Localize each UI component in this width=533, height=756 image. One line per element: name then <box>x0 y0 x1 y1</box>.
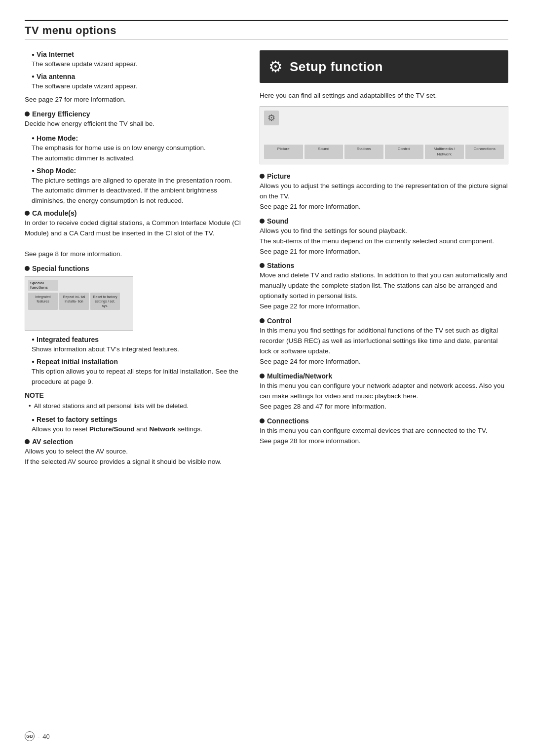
setup-screenshot-gear: ⚙ <box>264 111 279 125</box>
right-column: ⚙ Setup function Here you can find all s… <box>260 50 508 472</box>
gb-badge: GB <box>25 731 35 741</box>
page-footer: GB - 40 <box>25 731 50 741</box>
note-label: NOTE <box>25 391 242 399</box>
menu-item-connections: Connections <box>465 145 504 159</box>
setup-function-header: ⚙ Setup function <box>260 50 508 83</box>
reset-factory-label: Reset to factory settings <box>25 416 242 423</box>
menu-item-picture: Picture <box>264 145 303 159</box>
section-integrated-features: Integrated features Shows information ab… <box>25 336 242 355</box>
footer-separator: - <box>38 733 39 740</box>
av-selection-body: Allows you to select the AV source.If th… <box>25 447 242 467</box>
section-shop-mode: Shop Mode: The picture settings are alig… <box>25 167 242 207</box>
via-antenna-body: The software update wizard appear. <box>25 81 242 92</box>
section-sound: Sound Allows you to find the settings fo… <box>260 217 508 257</box>
special-functions-label: Special functions <box>25 265 242 272</box>
sf-item-repeat: Repeat ini- tial installa- tion <box>59 293 89 310</box>
shop-mode-body: The picture settings are aligned to oper… <box>25 176 242 207</box>
connections-body: In this menu you can configure external … <box>260 426 508 447</box>
sf-title: Special functions <box>28 280 58 291</box>
sf-item-reset: Reset to factory settings / set. sys. <box>90 293 120 310</box>
menu-item-control: Control <box>385 145 424 159</box>
picture-body: Allows you to adjust the settings accord… <box>260 181 508 212</box>
connections-label: Connections <box>260 417 508 425</box>
energy-efficiency-label: Energy Efficiency <box>25 110 242 118</box>
picture-label: Picture <box>260 172 508 180</box>
control-body: In this menu you find settings for addit… <box>260 326 508 367</box>
section-picture: Picture Allows you to adjust the setting… <box>260 172 508 212</box>
sf-item-integrated: Integrated features <box>28 293 58 310</box>
integrated-features-label: Integrated features <box>25 336 242 343</box>
shop-mode-label: Shop Mode: <box>25 167 242 175</box>
via-internet-body: The software update wizard appear. <box>25 59 242 70</box>
home-mode-label: Home Mode: <box>25 134 242 142</box>
section-control: Control In this menu you find settings f… <box>260 317 508 367</box>
special-functions-screenshot: Special functions Integrated features Re… <box>25 276 133 331</box>
menu-item-multimedia: Multimedia / Network <box>425 145 464 159</box>
section-reset-factory: Reset to factory settings Allows you to … <box>25 416 242 435</box>
section-via-antenna: Via antenna The software update wizard a… <box>25 73 242 92</box>
section-energy-efficiency: Energy Efficiency Decide how energy effi… <box>25 110 242 129</box>
see-page-27: See page 27 for more information. <box>25 95 242 105</box>
setup-intro: Here you can find all settings and adapt… <box>260 91 508 101</box>
integrated-features-body: Shows information about TV's integrated … <box>25 344 242 355</box>
stations-body: Move and delete TV and radio stations. I… <box>260 270 508 312</box>
sf-menu-row: Integrated features Repeat ini- tial ins… <box>28 293 130 310</box>
reset-factory-body: Allows you to reset Picture/Sound and Ne… <box>25 424 242 435</box>
energy-efficiency-body: Decide how energy efficient the TV shall… <box>25 119 242 129</box>
section-via-internet: Via Internet The software update wizard … <box>25 50 242 70</box>
section-connections: Connections In this menu you can configu… <box>260 417 508 447</box>
ca-modules-label: CA module(s) <box>25 209 242 217</box>
repeat-installation-body: This option allows you to repeat all ste… <box>25 367 242 387</box>
section-av-selection: AV selection Allows you to select the AV… <box>25 438 242 467</box>
multimedia-network-label: Multimedia/Network <box>260 372 508 380</box>
control-label: Control <box>260 317 508 325</box>
multimedia-network-body: In this menu you can configure your netw… <box>260 381 508 412</box>
two-column-layout: Via Internet The software update wizard … <box>25 50 508 472</box>
section-multimedia-network: Multimedia/Network In this menu you can … <box>260 372 508 412</box>
sound-body: Allows you to find the settings for soun… <box>260 226 508 257</box>
left-column: Via Internet The software update wizard … <box>25 50 242 472</box>
sound-label: Sound <box>260 217 508 225</box>
footer-page-number: 40 <box>42 733 49 740</box>
section-repeat-installation: Repeat initial installation This option … <box>25 358 242 387</box>
section-special-functions: Special functions Special functions Inte… <box>25 265 242 331</box>
note-text: All stored stations and all personal lis… <box>25 401 242 411</box>
setup-menu-bar: Picture Sound Stations Control Multimedi… <box>264 145 504 159</box>
note-section: NOTE All stored stations and all persona… <box>25 391 242 411</box>
av-selection-label: AV selection <box>25 438 242 446</box>
setup-function-title: Setup function <box>290 59 383 75</box>
section-home-mode: Home Mode: The emphasis for home use is … <box>25 134 242 164</box>
ca-modules-body: In order to receive coded digital statio… <box>25 218 242 260</box>
menu-item-sound: Sound <box>305 145 343 159</box>
section-stations: Stations Move and delete TV and radio st… <box>260 262 508 312</box>
home-mode-body: The emphasis for home use is on low ener… <box>25 143 242 164</box>
menu-item-stations: Stations <box>344 145 383 159</box>
stations-label: Stations <box>260 262 508 269</box>
page-title-bar: TV menu options <box>25 20 508 39</box>
via-antenna-label: Via antenna <box>25 73 242 80</box>
page-title: TV menu options <box>25 24 508 37</box>
gear-icon: ⚙ <box>268 57 283 76</box>
via-internet-label: Via Internet <box>25 50 242 58</box>
repeat-installation-label: Repeat initial installation <box>25 358 242 366</box>
setup-screenshot: ⚙ Picture Sound Stations Control Multime… <box>260 106 508 164</box>
section-ca-modules: CA module(s) In order to receive coded d… <box>25 209 242 260</box>
